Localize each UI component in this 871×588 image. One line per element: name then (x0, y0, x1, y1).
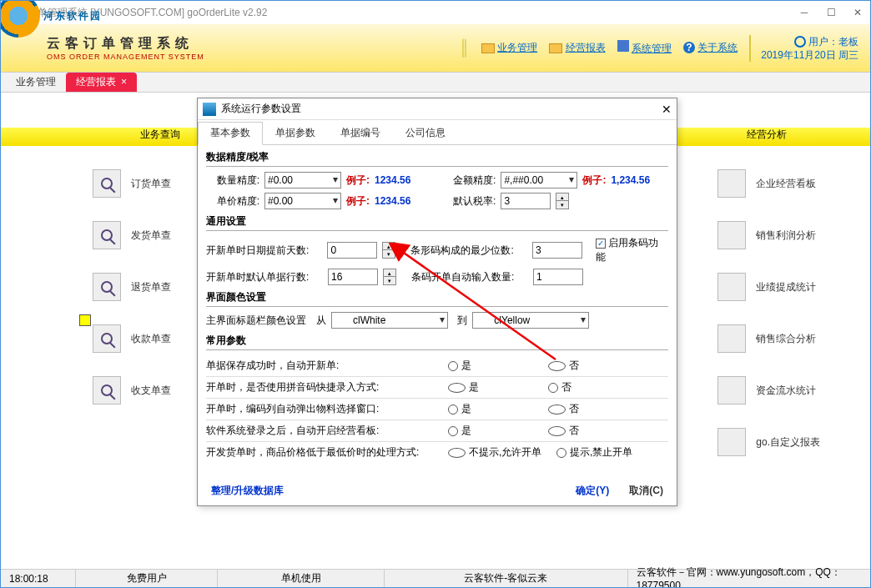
dash-enterprise[interactable]: 企业经营看板 (717, 158, 820, 209)
price-precision-select[interactable]: #0.00 (264, 193, 341, 209)
color-to-select[interactable] (472, 312, 589, 329)
dialog-close-icon[interactable]: ✕ (662, 103, 672, 116)
ok-button[interactable]: 确定(Y) (576, 484, 609, 498)
settings-dialog: 系统运行参数设置 ✕ 基本参数 单据参数 单据编号 公司信息 数据精度/税率 数… (197, 98, 677, 506)
dialog-footer: 整理/升级数据库 确定(Y) 取消(C) (198, 475, 677, 505)
chart-icon (717, 376, 746, 405)
search-icon (93, 376, 121, 405)
r2-yes[interactable]: 是 (448, 380, 548, 395)
brand-block: 云客订单管理系统 OMS ORDER MANAGEMENT SYSTEM (47, 35, 459, 61)
menu-sys[interactable]: 系统管理 (617, 40, 672, 56)
search-icon (93, 169, 121, 198)
query-io[interactable]: 收支单查 (93, 364, 171, 416)
price-label: 单价精度: (206, 194, 259, 209)
dialog-title: 系统运行参数设置 (221, 102, 662, 116)
barcode-qty-input[interactable] (533, 269, 583, 285)
chart-icon (717, 428, 746, 456)
close-button[interactable]: ✕ (852, 7, 863, 18)
search-icon (93, 324, 121, 353)
sect-common: 常用参数 (206, 334, 668, 350)
r5-allow[interactable]: 不提示,允许开单 (448, 445, 556, 460)
main-tabs: 业务管理 经营报表× (1, 73, 870, 93)
status-slogan: 云客软件-客似云来 (385, 570, 628, 587)
swatch-yellow (79, 314, 91, 326)
tax-spinner[interactable]: ▴▾ (556, 193, 569, 209)
status-bar: 18:00:18 免费用户 单机使用 云客软件-客似云来 云客软件－官网：www… (1, 569, 870, 587)
db-maintain-link[interactable]: 整理/升级数据库 (211, 484, 556, 498)
r1-yes[interactable]: 是 (448, 359, 548, 373)
tab-report[interactable]: 经营报表× (66, 73, 137, 92)
tab-biz[interactable]: 业务管理 (6, 73, 66, 92)
qty-label: 数量精度: (206, 173, 259, 188)
dash-sales[interactable]: 销售综合分析 (717, 313, 820, 364)
window-controls: ─ ☐ ✕ (798, 7, 863, 18)
search-icon (93, 273, 121, 301)
query-ship[interactable]: 发货单查 (93, 209, 171, 261)
menu-report[interactable]: 经营报表 (549, 41, 605, 55)
r3-yes[interactable]: 是 (448, 402, 548, 416)
r3-no[interactable]: 否 (548, 402, 648, 416)
query-order[interactable]: 订货单查 (93, 158, 171, 209)
dash-commission[interactable]: 业绩提成统计 (717, 261, 820, 313)
search-icon (93, 221, 121, 249)
dialog-titlebar: 系统运行参数设置 ✕ (198, 98, 677, 120)
header-menus: ║ 业务管理 经营报表 系统管理 ? 关于系统 用户：老板 2019年11月20… (459, 35, 870, 62)
opt-lowprice: 开发货单时，商品价格低于最低价时的处理方式: 不提示,允许开单 提示,禁止开单 (206, 442, 668, 463)
menu-biz[interactable]: 业务管理 (481, 41, 537, 55)
sect-color: 界面颜色设置 (206, 290, 668, 307)
dtab-num[interactable]: 单据编号 (328, 122, 393, 144)
chart-icon (717, 324, 746, 353)
maximize-button[interactable]: ☐ (825, 7, 837, 18)
status-contact: 云客软件－官网：www.yungosoft.com，QQ：18779500... (628, 570, 871, 587)
status-time: 18:00:18 (1, 570, 76, 587)
opt-auto-new: 单据保存成功时，自动开新单: 是 否 (206, 355, 668, 377)
r2-no[interactable]: 否 (548, 380, 648, 395)
spinner[interactable]: ▴▾ (383, 269, 396, 285)
chart-icon (717, 169, 746, 198)
r5-forbid[interactable]: 提示,禁止开单 (556, 445, 665, 460)
amt-precision-select[interactable]: #,##0.00 (501, 172, 577, 188)
dash-custom[interactable]: go.自定义报表 (717, 416, 820, 468)
r1-no[interactable]: 否 (548, 359, 648, 373)
opt-pinyin: 开单时，是否使用拼音码快捷录入方式: 是 否 (206, 377, 668, 399)
window-titlebar: 云客订单管理系统 [YUNGOSOFT.COM] goOrderLite v2.… (1, 1, 870, 24)
right-analysis-list: 企业经营看板 销售利润分析 业绩提成统计 销售综合分析 资金流水统计 go.自定… (717, 158, 820, 468)
barcode-min-input[interactable] (532, 242, 582, 259)
header-date: 2019年11月20日 周三 (761, 48, 858, 62)
dialog-body: 数据精度/税率 数量精度: #0.00 例子:1234.56 金额精度: #,#… (198, 145, 677, 463)
sect-general: 通用设置 (206, 214, 668, 231)
minimize-button[interactable]: ─ (798, 7, 810, 18)
dtab-basic[interactable]: 基本参数 (198, 122, 263, 145)
color-from-select[interactable] (331, 312, 448, 329)
window-title: 云客订单管理系统 [YUNGOSOFT.COM] goOrderLite v2.… (8, 6, 798, 20)
dtab-company[interactable]: 公司信息 (393, 122, 458, 144)
enable-barcode-check[interactable] (596, 239, 606, 249)
dtab-doc[interactable]: 单据参数 (263, 122, 328, 144)
dash-cashflow[interactable]: 资金流水统计 (717, 364, 820, 416)
days-ahead-input[interactable] (327, 242, 377, 259)
opt-dashboard: 软件系统登录之后，自动开启经营看板: 是 否 (206, 420, 668, 442)
dash-profit[interactable]: 销售利润分析 (717, 209, 820, 261)
brand-en: OMS ORDER MANAGEMENT SYSTEM (47, 53, 459, 61)
sect-precision: 数据精度/税率 (206, 150, 668, 167)
tax-input[interactable] (501, 193, 551, 209)
spinner[interactable]: ▴▾ (382, 242, 395, 259)
user-icon (794, 36, 806, 48)
app-header: 云客订单管理系统 OMS ORDER MANAGEMENT SYSTEM ║ 业… (1, 24, 870, 73)
dialog-icon (203, 103, 216, 116)
tab-close-icon[interactable]: × (121, 76, 127, 88)
default-rows-input[interactable] (328, 269, 378, 285)
watermark-logo: 河东软件园 (0, 0, 102, 38)
chart-icon (717, 221, 746, 249)
r4-yes[interactable]: 是 (448, 424, 548, 438)
query-return[interactable]: 退货单查 (93, 261, 171, 313)
cancel-button[interactable]: 取消(C) (629, 484, 663, 498)
qty-precision-select[interactable]: #0.00 (264, 172, 341, 188)
menu-about[interactable]: ? 关于系统 (683, 41, 738, 55)
status-mode: 单机使用 (218, 570, 385, 587)
query-receipt[interactable]: 收款单查 (93, 313, 171, 364)
r4-no[interactable]: 否 (548, 424, 648, 438)
tax-label: 默认税率: (432, 194, 496, 209)
brand-cn: 云客订单管理系统 (47, 35, 459, 53)
status-user-type: 免费用户 (76, 570, 218, 587)
